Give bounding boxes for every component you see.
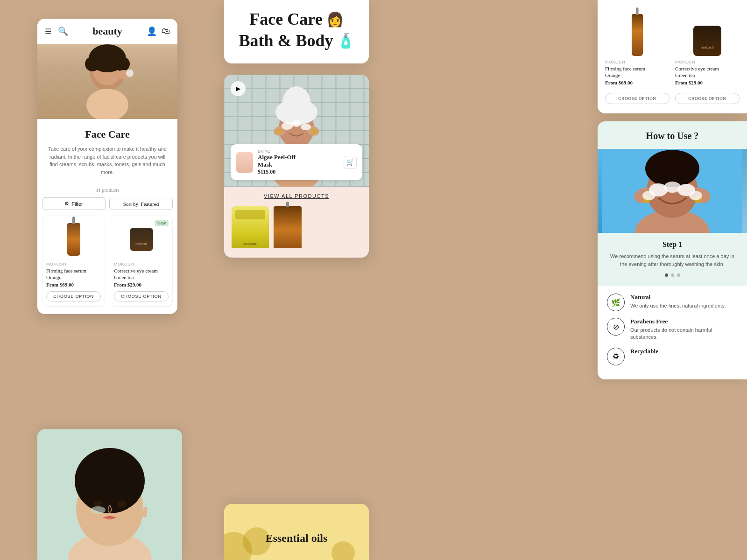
natural-desc: We only use the finest natural ingredien… bbox=[630, 302, 738, 309]
choose-option-button[interactable]: CHOOSE OPTION bbox=[605, 93, 669, 104]
feature-natural-text: Natural We only use the finest natural i… bbox=[630, 294, 738, 309]
play-button[interactable]: ▶ bbox=[231, 81, 246, 96]
dot-2[interactable] bbox=[671, 273, 674, 277]
product-overlay: BKIND Algae Peel-OffMask $115.00 🛒 bbox=[231, 144, 362, 180]
product-price: From $69.00 bbox=[46, 282, 101, 287]
product-name: Corrective eye creamGreen tea bbox=[675, 65, 740, 79]
sort-button[interactable]: Sort by: Featured bbox=[109, 198, 173, 210]
face-care-title: Face Care bbox=[45, 128, 170, 140]
product-brand: MOKOSH bbox=[675, 60, 740, 64]
product-name: Firming face serumOrange bbox=[46, 267, 101, 281]
overlay-cart-button[interactable]: 🛒 bbox=[344, 156, 357, 169]
cream-image bbox=[127, 221, 155, 258]
play-icon: ▶ bbox=[236, 85, 240, 92]
feature-recyclable: ♻ Recyclable bbox=[607, 348, 738, 365]
filter-sort-bar: ⚙ Filter Sort by: Featured bbox=[37, 197, 177, 216]
cart-icon[interactable]: 🛍 bbox=[162, 26, 170, 36]
svg-point-23 bbox=[312, 129, 317, 134]
products-grid: MOKOSH Firming face serumOrange From $69… bbox=[37, 216, 177, 314]
choose-option-button[interactable]: CHOOSE OPTION bbox=[114, 291, 169, 301]
promo-title-line1: Face Care 👩 bbox=[238, 9, 355, 29]
top-product-cream: MOKOSH Corrective eye creamGreen tea Fro… bbox=[675, 9, 740, 104]
svg-point-42 bbox=[75, 448, 145, 513]
beauty-app-panel: ☰ 🔍 beauty 👤 🛍 bbox=[37, 19, 177, 314]
step-description: We recommend using the serum at least on… bbox=[607, 252, 738, 268]
product-card-cream: New MOKOSH Corrective eye creamGreen tea… bbox=[110, 216, 173, 307]
filter-button[interactable]: ⚙ Filter bbox=[42, 197, 106, 210]
profile-icon[interactable]: 👤 bbox=[147, 26, 157, 36]
svg-point-49 bbox=[91, 506, 106, 514]
app-header: ☰ 🔍 beauty 👤 🛍 bbox=[37, 19, 177, 44]
how-to-image bbox=[598, 149, 747, 233]
parabens-icon: ⊘ bbox=[607, 318, 625, 336]
step-title: Step 1 bbox=[607, 240, 738, 249]
video-frame: ▶ BKIND Algae Peel-OffMask $115.00 🛒 bbox=[224, 75, 369, 187]
parabens-title: Parabens Free bbox=[630, 318, 738, 325]
jasmine-bottle: JASMINE bbox=[232, 206, 269, 248]
serum-image bbox=[60, 221, 88, 258]
overlay-brand: BKIND bbox=[258, 149, 344, 154]
feature-natural: 🌿 Natural We only use the finest natural… bbox=[607, 294, 738, 311]
overlay-product-info: BKIND Algae Peel-OffMask $115.00 bbox=[258, 149, 344, 175]
face-emoji: 👩 bbox=[326, 11, 344, 28]
svg-point-20 bbox=[292, 120, 301, 127]
filter-label: Filter bbox=[71, 201, 83, 207]
woman-face-panel bbox=[37, 429, 182, 560]
parabens-desc: Our products do not contain harmful subs… bbox=[630, 327, 738, 341]
svg-point-21 bbox=[301, 124, 311, 130]
svg-point-36 bbox=[642, 191, 655, 200]
product-brand: MOKOSH bbox=[46, 262, 101, 266]
hero-image bbox=[37, 44, 177, 119]
pagination-dots bbox=[607, 273, 738, 277]
product-brand: MOKOSH bbox=[114, 262, 169, 266]
video-panel: ▶ BKIND Algae Peel-OffMask $115.00 🛒 VIE… bbox=[224, 75, 369, 258]
dot-1[interactable] bbox=[665, 273, 668, 277]
choose-option-button[interactable]: CHOOSE OPTION bbox=[675, 93, 740, 104]
essentials-panel: Essential oils bbox=[224, 504, 369, 560]
promo-title-line2: Bath & Body 🧴 bbox=[238, 31, 355, 50]
product-price: From $69.00 bbox=[605, 80, 669, 85]
sort-label: Sort by: Featured bbox=[123, 201, 159, 207]
filter-icon: ⚙ bbox=[64, 201, 69, 207]
feature-parabens: ⊘ Parabens Free Our products do not cont… bbox=[607, 318, 738, 341]
top-product-serum: MOKOSH Firming face serumOrange From $69… bbox=[605, 9, 669, 104]
how-to-title: How to Use ? bbox=[607, 131, 738, 141]
choose-option-button[interactable]: CHOOSE OPTION bbox=[46, 291, 101, 301]
mokosh-bottle-preview bbox=[274, 206, 302, 248]
natural-title: Natural bbox=[630, 294, 738, 301]
view-all-button[interactable]: VIEW ALL PRODUCTS bbox=[224, 187, 369, 202]
products-top-right-panel: MOKOSH Firming face serumOrange From $69… bbox=[598, 0, 747, 113]
top-products-grid: MOKOSH Firming face serumOrange From $69… bbox=[605, 9, 740, 104]
search-icon[interactable]: 🔍 bbox=[58, 26, 68, 36]
face-care-description: Take care of your complexion to make it … bbox=[45, 145, 170, 176]
svg-rect-47 bbox=[139, 506, 143, 517]
product-name: Firming face serumOrange bbox=[605, 65, 669, 79]
face-care-section: Face Care Take care of your complexion t… bbox=[37, 119, 177, 182]
dot-3[interactable] bbox=[677, 273, 680, 277]
essentials-title: Essential oils bbox=[233, 513, 359, 545]
product-price: From $29.00 bbox=[675, 80, 740, 85]
svg-point-19 bbox=[282, 122, 293, 130]
cream-top-img bbox=[675, 9, 740, 56]
new-badge: New bbox=[155, 220, 169, 226]
face-care-text: Face Care bbox=[249, 9, 322, 29]
overlay-price: $115.00 bbox=[258, 168, 344, 175]
svg-point-16 bbox=[282, 86, 310, 119]
overlay-product-image bbox=[236, 152, 253, 173]
svg-point-4 bbox=[115, 56, 130, 71]
svg-point-7 bbox=[126, 70, 134, 77]
bath-body-text: Bath & Body bbox=[239, 31, 333, 50]
recyclable-icon: ♻ bbox=[607, 348, 625, 365]
feature-parabens-text: Parabens Free Our products do not contai… bbox=[630, 318, 738, 341]
overlay-product-name: Algae Peel-OffMask bbox=[258, 154, 344, 168]
how-to-use-panel: How to Use ? bbox=[598, 121, 747, 379]
promo-header-panel: Face Care 👩 Bath & Body 🧴 bbox=[224, 0, 369, 63]
svg-point-5 bbox=[86, 89, 128, 119]
serum-top-img bbox=[605, 9, 669, 56]
products-count: 34 products bbox=[37, 187, 177, 193]
menu-icon[interactable]: ☰ bbox=[45, 27, 51, 36]
feature-recyclable-text: Recyclable bbox=[630, 348, 738, 357]
svg-point-3 bbox=[85, 56, 100, 71]
product-brand: MOKOSH bbox=[605, 60, 669, 64]
products-bottom-preview: JASMINE bbox=[224, 202, 369, 248]
